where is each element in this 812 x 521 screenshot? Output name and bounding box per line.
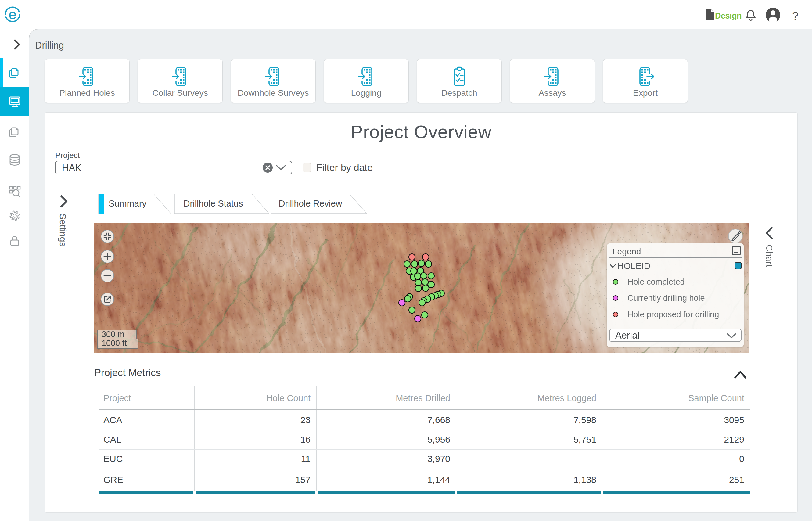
svg-text:e: e bbox=[8, 6, 17, 22]
